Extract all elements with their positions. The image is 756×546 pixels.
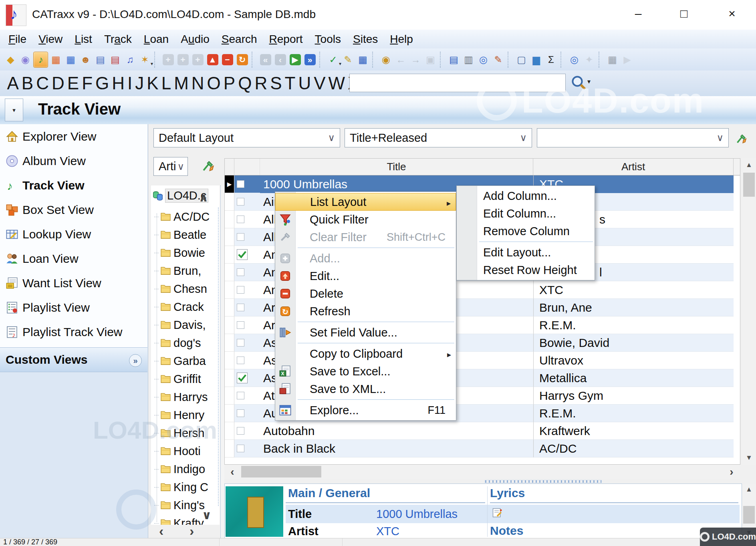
row-checkbox-cell[interactable] xyxy=(234,264,260,281)
menu-report[interactable]: Report xyxy=(263,33,309,46)
tree-scroll-up-icon[interactable]: ∧ xyxy=(199,190,208,204)
tree-node-harrys[interactable]: Harrys xyxy=(154,391,208,404)
submenu-item-edit-column[interactable]: Edit Column... xyxy=(457,205,595,222)
checkbox-unchecked[interactable] xyxy=(237,180,244,188)
alpha-letter-j[interactable]: J xyxy=(134,71,145,95)
row-selector[interactable] xyxy=(225,193,234,211)
tree-node-crack[interactable]: Crack xyxy=(154,300,204,314)
alpha-letter-k[interactable]: K xyxy=(145,71,160,95)
selected-row-arrow-icon[interactable]: ▶ xyxy=(225,175,234,193)
alpha-letter-w[interactable]: W xyxy=(327,71,347,95)
menu-item-save-to-excel[interactable]: XSave to Excel... xyxy=(275,363,456,380)
alpha-letter-v[interactable]: V xyxy=(312,71,327,95)
detail-title-value[interactable]: 1000 Umbrellas xyxy=(376,505,458,523)
menu-item-save-to-xml[interactable]: Save to XML... xyxy=(275,380,456,398)
row-selector[interactable] xyxy=(225,211,234,228)
scrollbar-thumb[interactable] xyxy=(743,173,755,197)
row-selector[interactable] xyxy=(225,264,234,281)
alpha-letter-t[interactable]: T xyxy=(283,71,297,95)
scroll-left-icon[interactable]: ‹ xyxy=(225,465,240,479)
tree-scroll-left-icon[interactable]: ‹ xyxy=(159,523,163,539)
submenu-item-reset-row-height[interactable]: Reset Row Height xyxy=(457,261,595,279)
sidebar-item-album-view[interactable]: Album View xyxy=(0,149,147,173)
sidebar-item-loan-view[interactable]: Loan View xyxy=(0,246,147,271)
tree-node-chesn[interactable]: Chesn xyxy=(154,282,207,296)
checkbox-column-header[interactable] xyxy=(234,159,260,175)
checkbox-unchecked[interactable] xyxy=(237,392,244,399)
sidebar-item-box-set-view[interactable]: Box Set View xyxy=(0,197,147,222)
validate-icon[interactable]: ✓▾ xyxy=(326,52,340,67)
filter-field-select[interactable]: Arti ∨ xyxy=(153,157,188,176)
menu-item-quick-filter[interactable]: Quick Filter xyxy=(275,211,456,228)
alpha-letter-e[interactable]: E xyxy=(66,71,80,95)
checkbox-unchecked[interactable] xyxy=(237,427,244,435)
row-checkbox-cell[interactable] xyxy=(234,316,260,334)
open-database-icon[interactable]: ◉ xyxy=(18,52,32,67)
delete-record-icon[interactable]: − xyxy=(220,52,234,67)
sidebar-item-want-list-view[interactable]: Want List View xyxy=(0,271,147,295)
layout-select[interactable]: Default Layout ∨ xyxy=(153,128,340,147)
edit-lyrics-icon[interactable] xyxy=(492,507,503,518)
tree-node-hooti[interactable]: Hooti xyxy=(154,445,201,458)
refresh-records-icon[interactable]: ↻ xyxy=(235,52,249,67)
settings-icon[interactable]: ✶▾ xyxy=(138,52,152,67)
menu-tools[interactable]: Tools xyxy=(309,33,347,46)
tree-node-griffit[interactable]: Griffit xyxy=(154,373,201,386)
alpha-letter-f[interactable]: F xyxy=(81,71,94,95)
menu-item-edit[interactable]: Edit... xyxy=(275,267,456,285)
row-checkbox-cell[interactable] xyxy=(234,422,260,440)
tree-node-brun[interactable]: Brun, xyxy=(154,264,201,278)
menu-item-delete[interactable]: Delete xyxy=(275,285,456,302)
scroll-up-icon[interactable]: ▲ xyxy=(742,484,756,496)
row-checkbox-cell[interactable] xyxy=(234,246,260,264)
menu-sites[interactable]: Sites xyxy=(347,33,384,46)
row-checkbox-cell[interactable] xyxy=(234,228,260,246)
panel-splitter[interactable] xyxy=(224,479,756,484)
alpha-letter-r[interactable]: R xyxy=(253,71,269,95)
alpha-letter-u[interactable]: U xyxy=(297,71,312,95)
filter-select[interactable]: ∨ xyxy=(537,128,729,147)
tree-node-ac-dc[interactable]: AC/DC xyxy=(154,210,210,224)
checkbox-checked[interactable] xyxy=(237,373,248,383)
alpha-letter-s[interactable]: S xyxy=(269,71,283,95)
sidebar-item-lookup-view[interactable]: Lookup View xyxy=(0,222,147,246)
row-selector[interactable] xyxy=(225,387,234,405)
table-row[interactable]: Back in BlackAC/DC xyxy=(225,440,734,457)
menu-item-copy-to-clipboard[interactable]: Copy to Clipboard▸ xyxy=(275,345,456,363)
alpha-letter-i[interactable]: I xyxy=(126,71,134,95)
scroll-up-icon[interactable]: ▲ xyxy=(742,158,756,172)
tree-node-bowie[interactable]: Bowie xyxy=(154,246,205,260)
menu-item-list-layout[interactable]: List Layout▸ xyxy=(275,193,456,211)
close-button[interactable]: × xyxy=(720,4,744,23)
row-selector[interactable] xyxy=(225,440,234,457)
row-checkbox-cell[interactable] xyxy=(234,440,260,457)
list-report-icon[interactable]: ▤ xyxy=(447,52,461,67)
menu-search[interactable]: Search xyxy=(216,33,263,46)
submenu-item-remove-column[interactable]: Remove Column xyxy=(457,222,595,240)
row-selector[interactable] xyxy=(225,316,234,334)
tree-node-hersh[interactable]: Hersh xyxy=(154,427,204,440)
edit-record-icon[interactable]: ▲ xyxy=(206,52,220,67)
sum-icon[interactable]: Σ xyxy=(544,52,558,67)
alpha-letter-o[interactable]: O xyxy=(206,71,222,95)
alpha-letter-b[interactable]: B xyxy=(20,71,34,95)
sidebar-item-explorer-view[interactable]: Explorer View xyxy=(0,124,147,149)
row-checkbox-cell[interactable] xyxy=(234,281,260,299)
maximize-button[interactable]: □ xyxy=(671,4,696,23)
checkbox-unchecked[interactable] xyxy=(237,339,244,347)
notes-label[interactable]: Notes xyxy=(490,524,523,538)
alpha-letter-h[interactable]: H xyxy=(111,71,126,95)
row-selector[interactable] xyxy=(225,281,234,299)
quick-search-input[interactable] xyxy=(349,74,566,92)
menu-help[interactable]: Help xyxy=(384,33,419,46)
row-selector[interactable] xyxy=(225,334,234,352)
row-checkbox-cell[interactable] xyxy=(234,175,260,193)
menu-item-refresh[interactable]: ↻Refresh xyxy=(275,302,456,320)
row-checkbox-cell[interactable] xyxy=(234,334,260,352)
last-record-icon[interactable]: » xyxy=(303,52,317,67)
alpha-letter-l[interactable]: L xyxy=(160,71,172,95)
checkbox-checked[interactable] xyxy=(237,249,248,260)
sidebar-item-playlist-track-view[interactable]: ♪Playlist Track View xyxy=(0,320,147,344)
box-set-view-icon[interactable]: ▦ xyxy=(49,52,63,67)
chevron-expand-icon[interactable]: » xyxy=(129,354,142,367)
